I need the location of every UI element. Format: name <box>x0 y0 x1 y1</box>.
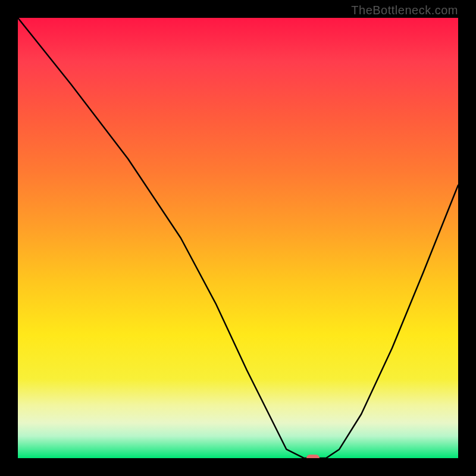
chart-frame: TheBottleneck.com <box>0 0 476 476</box>
plot-area <box>18 18 458 458</box>
watermark-text: TheBottleneck.com <box>351 4 458 17</box>
bottleneck-curve <box>18 18 458 458</box>
optimal-marker <box>306 455 320 458</box>
curve-svg <box>18 18 458 458</box>
